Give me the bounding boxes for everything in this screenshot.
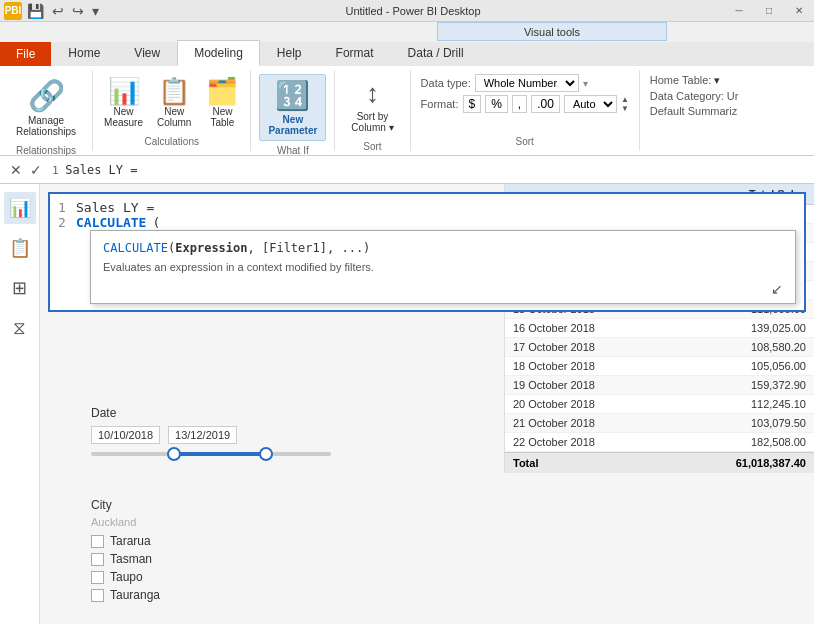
date-slider-track[interactable]: [91, 452, 331, 456]
sidebar: 📊 📋 ⊞ ⧖: [0, 184, 40, 624]
decimal-format-btn[interactable]: .00: [531, 95, 560, 113]
new-measure-btn[interactable]: 📊 NewMeasure: [99, 75, 148, 131]
home-table-dropdown[interactable]: ▾: [714, 74, 720, 86]
auto-spinner[interactable]: ▲ ▼: [621, 95, 629, 113]
city-slicer-title: City: [91, 498, 339, 512]
autocomplete-description: Evaluates an expression in a context mod…: [103, 261, 783, 273]
formula-line-1-text: Sales LY =: [65, 163, 137, 177]
formula-content[interactable]: 1 Sales LY =: [52, 163, 806, 177]
close-btn[interactable]: ✕: [784, 0, 814, 22]
table-total-row: Total 61,018,387.40: [505, 452, 814, 473]
table-date: 17 October 2018: [513, 341, 595, 353]
visual-tools-header: Visual tools: [437, 22, 667, 41]
date-slider-right-thumb[interactable]: [259, 447, 273, 461]
city-item-tauranga[interactable]: Tauranga: [91, 586, 339, 604]
manage-relationships-btn[interactable]: 🔗 ManageRelationships: [8, 74, 84, 141]
default-summarize-row: Default Summariz: [650, 105, 790, 117]
data-type-dropdown-arrow: ▾: [583, 78, 588, 89]
maximize-btn[interactable]: □: [754, 0, 784, 22]
format-label: Format:: [421, 98, 459, 110]
home-table-row: Home Table: ▾: [650, 74, 790, 87]
city-label-tararua: Tararua: [110, 534, 151, 548]
redo-quick-btn[interactable]: ↪: [69, 1, 87, 21]
comma-format-btn[interactable]: ,: [512, 95, 527, 113]
content-area: 1 Sales LY = 2 CALCULATE( CALCULATE(Expr…: [40, 184, 814, 624]
date-end[interactable]: 13/12/2019: [168, 426, 237, 444]
date-slicer-title: Date: [91, 406, 331, 420]
table-value: 112,245.10: [751, 398, 806, 410]
formula-cancel-btn[interactable]: ✕: [8, 162, 24, 178]
new-parameter-btn[interactable]: 🔢 NewParameter: [259, 74, 326, 141]
app-icon: PBI: [4, 2, 22, 20]
sort-group-label: Sort: [363, 137, 381, 152]
table-date: 16 October 2018: [513, 322, 595, 334]
formatting-group-label: Sort: [421, 132, 629, 147]
table-date: 20 October 2018: [513, 398, 595, 410]
sidebar-data-icon[interactable]: 📋: [4, 232, 36, 264]
minimize-btn[interactable]: ─: [724, 0, 754, 22]
table-date: 22 October 2018: [513, 436, 595, 448]
city-checkbox-tararua[interactable]: [91, 535, 104, 548]
date-slider-left-thumb[interactable]: [167, 447, 181, 461]
date-slider-fill: [171, 452, 271, 456]
data-category-row: Data Category: Ur: [650, 90, 790, 102]
formula-bar: ✕ ✓ 1 Sales LY =: [0, 156, 814, 184]
city-item-tararua[interactable]: Tararua: [91, 532, 339, 550]
table-row: 18 October 2018105,056.00: [505, 357, 814, 376]
sort-by-column-btn[interactable]: ↕️ Sort byColumn ▾: [343, 74, 401, 137]
table-value: 139,025.00: [751, 322, 806, 334]
sidebar-model-icon[interactable]: ⊞: [4, 272, 36, 304]
main-area: 📊 📋 ⊞ ⧖ 1 Sales LY = 2 CALCULATE( CALCUL…: [0, 184, 814, 624]
date-start[interactable]: 10/10/2018: [91, 426, 160, 444]
city-checkbox-tasman[interactable]: [91, 553, 104, 566]
autocomplete-item[interactable]: CALCULATE(Expression, [Filter1], ...): [103, 239, 783, 257]
formula-controls: ✕ ✓: [8, 162, 44, 178]
func-rest: , [Filter1], ...): [248, 241, 371, 255]
table-value: 159,372.90: [751, 379, 806, 391]
city-item-taupo[interactable]: Taupo: [91, 568, 339, 586]
quick-access-dropdown[interactable]: ▾: [89, 1, 102, 21]
tab-home[interactable]: Home: [51, 40, 117, 66]
save-quick-btn[interactable]: 💾: [24, 1, 47, 21]
city-label-tauranga: Tauranga: [110, 588, 160, 602]
city-item-tasman[interactable]: Tasman: [91, 550, 339, 568]
new-column-btn[interactable]: 📋 NewColumn: [152, 75, 196, 131]
title-bar-left: PBI 💾 ↩ ↪ ▾: [0, 1, 102, 21]
table-row: 20 October 2018112,245.10: [505, 395, 814, 414]
city-checkbox-tauranga[interactable]: [91, 589, 104, 602]
percent-format-btn[interactable]: %: [485, 95, 508, 113]
table-row: 17 October 2018108,580.20: [505, 338, 814, 357]
tab-view[interactable]: View: [117, 40, 177, 66]
dollar-format-btn[interactable]: $: [463, 95, 482, 113]
tab-file[interactable]: File: [0, 42, 51, 66]
table-date: 19 October 2018: [513, 379, 595, 391]
default-summarize-label: Default Summariz: [650, 105, 737, 117]
new-table-btn[interactable]: 🗂️ NewTable: [200, 75, 244, 131]
tab-format[interactable]: Format: [319, 40, 391, 66]
table-value: 103,079.50: [751, 417, 806, 429]
data-category-label: Data Category:: [650, 90, 727, 102]
formula-confirm-btn[interactable]: ✓: [28, 162, 44, 178]
new-column-icon: 📋: [158, 78, 190, 104]
tab-modeling[interactable]: Modeling: [177, 40, 260, 66]
auto-dropdown[interactable]: Auto: [564, 95, 617, 113]
formula-line-1: 1: [52, 164, 65, 177]
new-table-icon: 🗂️: [206, 78, 238, 104]
window-controls: ─ □ ✕: [724, 0, 814, 22]
sidebar-report-icon[interactable]: 📊: [4, 192, 36, 224]
whatif-group-label: What If: [277, 141, 309, 156]
data-type-dropdown[interactable]: Whole Number: [475, 74, 579, 92]
autocomplete-popup: CALCULATE(Expression, [Filter1], ...) Ev…: [90, 230, 796, 304]
table-row: 22 October 2018182,508.00: [505, 433, 814, 452]
sidebar-filter-icon[interactable]: ⧖: [4, 312, 36, 344]
formula-editor[interactable]: 1 Sales LY = 2 CALCULATE( CALCULATE(Expr…: [48, 192, 806, 312]
tab-help[interactable]: Help: [260, 40, 319, 66]
ribbon-tabs-bar: File Home View Modeling Help Format Data…: [0, 42, 814, 66]
undo-quick-btn[interactable]: ↩: [49, 1, 67, 21]
table-date: 21 October 2018: [513, 417, 595, 429]
tab-data-drill[interactable]: Data / Drill: [391, 40, 481, 66]
formula-line-2-row: 2 CALCULATE(: [58, 215, 796, 230]
total-value: 61,018,387.40: [736, 457, 806, 469]
table-row: 19 October 2018159,372.90: [505, 376, 814, 395]
city-checkbox-taupo[interactable]: [91, 571, 104, 584]
